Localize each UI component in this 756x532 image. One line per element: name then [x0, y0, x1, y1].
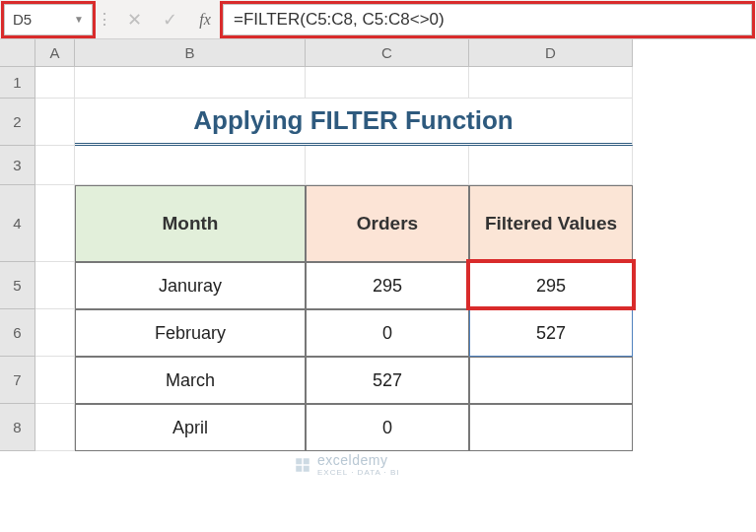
cell-A8[interactable]	[35, 404, 75, 451]
cancel-icon[interactable]: ✕	[116, 4, 152, 35]
formula-text: =FILTER(C5:C8, C5:C8<>0)	[234, 10, 445, 30]
cell-A4[interactable]	[35, 185, 75, 262]
page-title[interactable]: Applying FILTER Function	[75, 99, 633, 146]
cell-A1[interactable]	[35, 67, 75, 99]
row-header-6[interactable]: 6	[0, 309, 35, 357]
cell-D3[interactable]	[469, 146, 633, 185]
column-headers: A B C D	[35, 39, 756, 67]
confirm-icon[interactable]: ✓	[152, 4, 187, 35]
row-header-3[interactable]: 3	[0, 146, 35, 185]
cell-A6[interactable]	[35, 309, 75, 357]
cell-C6[interactable]: 0	[306, 309, 469, 357]
formula-input[interactable]: =FILTER(C5:C8, C5:C8<>0)	[223, 4, 752, 35]
formula-bar: D5 ▼ ⋮ ✕ ✓ fx =FILTER(C5:C8, C5:C8<>0)	[0, 0, 756, 39]
cell-B6[interactable]: February	[75, 309, 306, 357]
select-all-corner[interactable]	[0, 39, 35, 67]
fx-icon[interactable]: fx	[187, 4, 223, 35]
header-month[interactable]: Month	[75, 185, 306, 262]
cell-B3[interactable]	[75, 146, 306, 185]
cell-C3[interactable]	[306, 146, 469, 185]
cell-D5[interactable]: 295	[469, 262, 633, 309]
cell-B5[interactable]: Januray	[75, 262, 306, 309]
col-header-B[interactable]: B	[75, 39, 306, 67]
cell-A2[interactable]	[35, 99, 75, 146]
cell-D6[interactable]: 527	[469, 309, 633, 357]
cell-C7[interactable]: 527	[306, 357, 469, 404]
cell-A5[interactable]	[35, 262, 75, 309]
cell-D7[interactable]	[469, 357, 633, 404]
row-header-4[interactable]: 4	[0, 185, 35, 262]
cells-area: Applying FILTER Function Month Orders Fi…	[35, 67, 756, 451]
spreadsheet-grid: A B C D 1 2 3 4 5 6 7 8 Applying FILTER …	[0, 39, 756, 451]
chevron-down-icon[interactable]: ▼	[74, 14, 84, 25]
svg-rect-2	[296, 465, 302, 471]
svg-rect-1	[304, 458, 309, 464]
col-header-A[interactable]: A	[35, 39, 75, 67]
name-box[interactable]: D5 ▼	[4, 4, 93, 35]
cell-A7[interactable]	[35, 357, 75, 404]
cell-C5[interactable]: 295	[306, 262, 469, 309]
cell-C8[interactable]: 0	[306, 404, 469, 451]
cell-B7[interactable]: March	[75, 357, 306, 404]
cell-C1[interactable]	[306, 67, 469, 99]
watermark: exceldemy EXCEL · DATA · BI	[294, 452, 400, 477]
row-header-2[interactable]: 2	[0, 99, 35, 146]
col-header-C[interactable]: C	[306, 39, 469, 67]
cell-D8[interactable]	[469, 404, 633, 451]
cell-D1[interactable]	[469, 67, 633, 99]
cell-B8[interactable]: April	[75, 404, 306, 451]
row-header-1[interactable]: 1	[0, 67, 35, 99]
header-orders[interactable]: Orders	[306, 185, 469, 262]
name-box-value: D5	[13, 11, 32, 28]
formula-bar-sep: ⋮	[93, 10, 116, 29]
row-header-7[interactable]: 7	[0, 357, 35, 404]
svg-rect-3	[304, 465, 309, 471]
logo-icon	[294, 456, 311, 474]
row-headers: 1 2 3 4 5 6 7 8	[0, 67, 35, 451]
watermark-brand: exceldemy	[317, 452, 387, 468]
cell-B1[interactable]	[75, 67, 306, 99]
header-filtered[interactable]: Filtered Values	[469, 185, 633, 262]
row-header-8[interactable]: 8	[0, 404, 35, 451]
cell-A3[interactable]	[35, 146, 75, 185]
watermark-tag: EXCEL · DATA · BI	[317, 468, 400, 477]
col-header-D[interactable]: D	[469, 39, 633, 67]
row-header-5[interactable]: 5	[0, 262, 35, 309]
svg-rect-0	[296, 458, 302, 464]
